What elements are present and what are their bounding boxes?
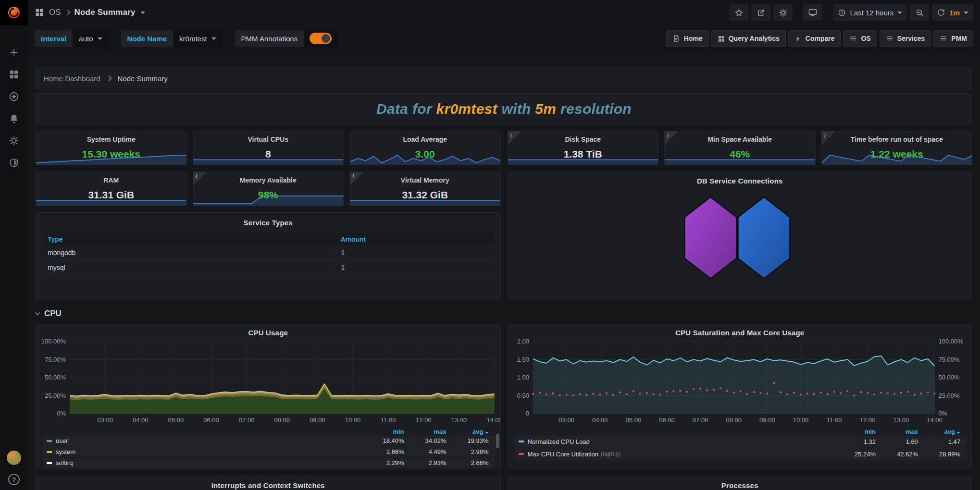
stat-title[interactable]: Disk Space: [508, 135, 658, 143]
panel-title[interactable]: Service Types: [36, 219, 500, 227]
stat-value: 46%: [665, 148, 815, 160]
legend-sort-min[interactable]: min: [362, 428, 404, 435]
alerting-button[interactable]: [0, 108, 28, 130]
pmm-annotations-toggle[interactable]: [310, 33, 332, 44]
series-min: 1.32: [833, 438, 876, 445]
title-prefix: Data for: [376, 101, 436, 117]
dashboard-settings-button[interactable]: [773, 4, 793, 21]
stat-title[interactable]: System Uptime: [36, 135, 186, 143]
series-label[interactable]: Max CPU Core Utilization: [528, 451, 598, 458]
stat-title[interactable]: Load Average: [350, 135, 500, 143]
legend-sort-max[interactable]: max: [404, 428, 447, 435]
time-range-picker[interactable]: Last 12 hours: [833, 4, 907, 21]
series-min: 2.66%: [362, 448, 404, 455]
series-max: 34.02%: [404, 437, 447, 444]
stat-title[interactable]: Virtual Memory: [350, 176, 500, 184]
title-suffix: resolution: [556, 101, 632, 117]
legend-sort-avg[interactable]: avg: [447, 428, 489, 435]
svg-text:05:00: 05:00: [168, 416, 184, 424]
hexagon-purple[interactable]: [685, 197, 737, 279]
explore-button[interactable]: [0, 86, 28, 108]
star-button[interactable]: [729, 4, 748, 21]
stat-value: 15.30 weeks: [36, 148, 186, 160]
cell-amount: 1: [335, 260, 493, 275]
hexagon-blue[interactable]: [738, 197, 790, 279]
stat-title[interactable]: RAM: [36, 176, 186, 184]
server-admin-button[interactable]: [0, 152, 28, 174]
cpu-usage-panel: CPU Usage 0%25.00%50.00%75.00%100.00%03:…: [36, 324, 501, 469]
panel-title[interactable]: DB Service Connections: [508, 177, 972, 185]
series-avg: 2.66%: [447, 459, 489, 466]
svg-text:0%: 0%: [57, 410, 66, 417]
configuration-button[interactable]: [0, 130, 28, 152]
breadcrumb-home-link[interactable]: Home Dashboard: [44, 74, 100, 83]
series-label[interactable]: system: [56, 448, 75, 455]
legend-row: softirq 2.29% 2.93% 2.66%: [43, 458, 496, 468]
menu-icon: [849, 35, 857, 42]
svg-text:11:00: 11:00: [381, 416, 396, 424]
kiosk-mode-button[interactable]: [803, 4, 822, 21]
link-home[interactable]: Home: [666, 30, 709, 47]
legend-sort-min[interactable]: min: [833, 428, 876, 435]
link-pmm[interactable]: PMM: [933, 30, 973, 47]
panel-title[interactable]: Processes: [508, 481, 972, 490]
panel-title[interactable]: CPU Usage: [36, 324, 500, 337]
svg-text:50.00%: 50.00%: [938, 374, 960, 381]
gear-icon: [9, 135, 19, 146]
stat-title[interactable]: Virtual CPUs: [193, 135, 344, 143]
svg-text:11:00: 11:00: [826, 416, 842, 424]
info-icon[interactable]: i: [350, 172, 363, 185]
caret-down-icon: [98, 37, 102, 40]
svg-text:03:00: 03:00: [558, 416, 574, 424]
scrollbar-thumb[interactable]: [496, 434, 499, 448]
link-services[interactable]: Services: [880, 30, 931, 47]
cpu-section-toggle[interactable]: CPU: [36, 307, 972, 320]
share-button[interactable]: [751, 4, 770, 21]
series-label[interactable]: softirq: [56, 459, 73, 466]
stat-title[interactable]: Memory Available: [193, 176, 344, 184]
info-icon[interactable]: i: [822, 131, 835, 145]
column-header-type[interactable]: Type: [43, 235, 335, 243]
legend-row: Normalized CPU Load 1.32 1.60 1.47: [515, 436, 968, 447]
zoom-out-button[interactable]: [910, 4, 929, 21]
create-button[interactable]: [0, 41, 28, 63]
node-name-select[interactable]: kr0mtest: [173, 30, 223, 47]
link-query-analytics[interactable]: Query Analytics: [711, 30, 786, 47]
pmm-annotations-control: PMM Annotations: [235, 30, 338, 47]
grafana-logo[interactable]: [0, 0, 28, 25]
navbar-breadcrumb: OS Node Summary: [35, 8, 145, 17]
help-icon[interactable]: ?: [8, 474, 20, 485]
panel-title[interactable]: Interrupts and Context Switches: [36, 481, 500, 490]
legend-sort-max[interactable]: max: [876, 428, 918, 435]
series-label[interactable]: Normalized CPU Load: [528, 438, 590, 445]
panel-title[interactable]: CPU Saturation and Max Core Usage: [508, 324, 972, 337]
column-header-amount[interactable]: Amount: [335, 235, 493, 243]
svg-text:12:00: 12:00: [859, 416, 875, 424]
menu-icon: [886, 35, 893, 42]
gear-icon: [779, 8, 788, 17]
shield-icon: [9, 158, 19, 168]
stat-title[interactable]: Time before run out of space: [822, 135, 972, 143]
caret-down-icon[interactable]: [140, 12, 145, 14]
legend-header: min max avg: [43, 427, 496, 436]
info-icon[interactable]: i: [193, 172, 207, 185]
dashboards-button[interactable]: [0, 63, 28, 86]
refresh-picker[interactable]: 1m: [932, 4, 973, 21]
legend-sort-avg[interactable]: avg: [918, 428, 960, 435]
info-icon[interactable]: i: [508, 131, 521, 145]
info-icon[interactable]: i: [665, 131, 678, 145]
lightning-icon: [794, 35, 802, 42]
dashboard-title[interactable]: Node Summary: [74, 8, 136, 17]
plus-icon: [9, 47, 19, 58]
svg-text:50.00%: 50.00%: [45, 374, 66, 381]
stat-title[interactable]: Min Space Available: [665, 135, 815, 143]
series-label[interactable]: user: [56, 437, 68, 444]
title-resolution: 5m: [535, 101, 556, 117]
breadcrumb-section[interactable]: OS: [49, 8, 61, 17]
user-avatar[interactable]: [7, 451, 21, 465]
link-compare[interactable]: Compare: [788, 30, 841, 47]
link-os[interactable]: OS: [843, 30, 877, 47]
interval-select[interactable]: auto: [73, 30, 108, 47]
link-label: PMM: [951, 35, 967, 42]
svg-text:1.00: 1.00: [517, 374, 529, 381]
